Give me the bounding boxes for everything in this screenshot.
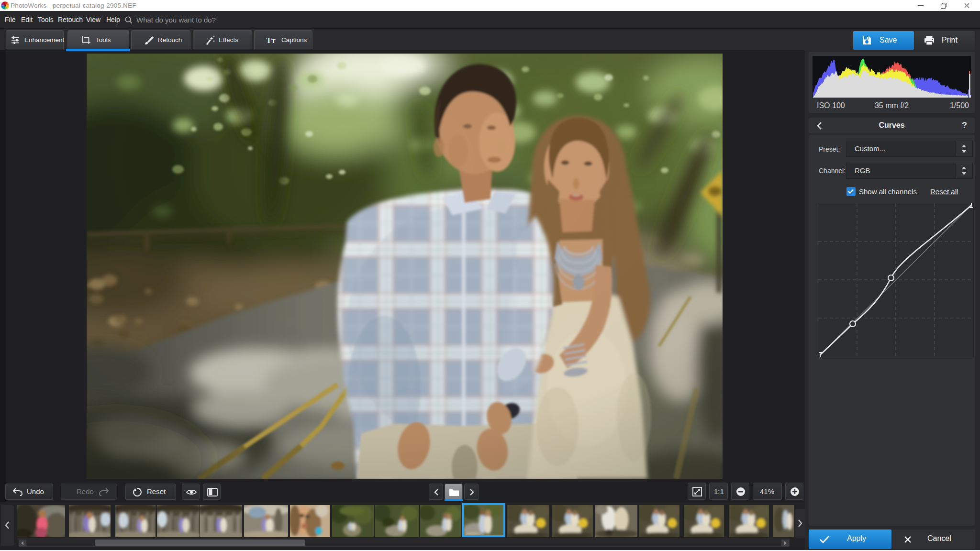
svg-text:T: T bbox=[271, 37, 276, 44]
